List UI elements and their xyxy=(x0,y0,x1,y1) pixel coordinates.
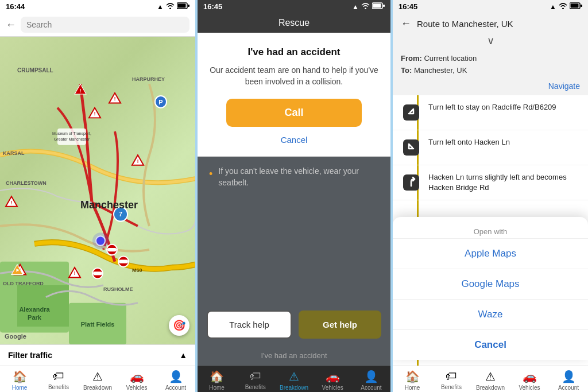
map-background: Alexandra Park Platt Fields M60 xyxy=(0,37,195,344)
vehicles-icon-3: 🚗 xyxy=(523,370,537,383)
bottom-nav-2: 🏠 Home 🏷 Benefits ⚠ Breakdown 🚗 Vehicles… xyxy=(198,366,390,392)
nav-home-3[interactable]: 🏠 Home xyxy=(393,370,432,391)
route-to: To: Manchester, UK xyxy=(401,65,580,77)
open-with-sheet: Open with Apple Maps Google Maps Waze Ca… xyxy=(393,217,588,360)
route-title: Route to Manchester, UK xyxy=(417,19,513,29)
breakdown-icon-1: ⚠ xyxy=(92,370,103,383)
filter-label: Filter traffic xyxy=(8,351,52,360)
turn-icon-0 xyxy=(401,102,421,123)
nav-account-2[interactable]: 👤 Account xyxy=(352,370,390,391)
from-label: From: xyxy=(401,54,422,63)
nav-vehicles-label-2: Vehicles xyxy=(322,385,343,391)
signal-icon-2: ▲ xyxy=(352,3,359,11)
get-help-button[interactable]: Get help xyxy=(299,311,381,339)
nav-vehicles-2[interactable]: 🚗 Vehicles xyxy=(314,370,352,391)
modal-title: I've had an accident xyxy=(209,46,379,58)
rescue-header: Rescue xyxy=(198,13,390,33)
svg-rect-54 xyxy=(571,4,579,8)
cancel-link[interactable]: Cancel xyxy=(209,135,379,145)
svg-text:Platt Fields: Platt Fields xyxy=(81,321,115,328)
svg-text:HARPURHEY: HARPURHEY xyxy=(132,76,165,82)
svg-text:CRUMPSALL: CRUMPSALL xyxy=(17,67,53,73)
apple-maps-option[interactable]: Apple Maps xyxy=(393,239,588,269)
nav-breakdown-3[interactable]: ⚠ Breakdown xyxy=(471,370,510,391)
back-button-1[interactable]: ← xyxy=(6,19,16,31)
nav-vehicles-1[interactable]: 🚗 Vehicles xyxy=(117,370,156,391)
route-panel: 16:45 ▲ ← Route to Manchester, UK ∨ From… xyxy=(393,0,588,392)
status-icons-3: ▲ xyxy=(550,2,582,11)
back-button-3[interactable]: ← xyxy=(401,18,411,30)
cancel-option[interactable]: Cancel xyxy=(393,330,588,360)
nav-home-2[interactable]: 🏠 Home xyxy=(198,370,236,391)
call-button[interactable]: Call xyxy=(226,99,362,127)
nav-breakdown-label-3: Breakdown xyxy=(476,385,505,391)
turn-item-0: Turn left to stay on Radcliffe Rd/B6209 xyxy=(393,95,588,130)
rescue-actions: Track help Get help xyxy=(198,304,390,346)
navigate-button[interactable]: Navigate xyxy=(393,81,588,95)
nav-benefits-2[interactable]: 🏷 Benefits xyxy=(236,370,274,391)
rescue-tip: • If you can't leave the vehicle, wear y… xyxy=(198,157,390,197)
breakdown-icon-3: ⚠ xyxy=(485,370,496,383)
bottom-nav-3: 🏠 Home 🏷 Benefits ⚠ Breakdown 🚗 Vehicles… xyxy=(393,366,588,392)
nav-benefits-3[interactable]: 🏷 Benefits xyxy=(432,370,471,391)
account-icon-2: 👤 xyxy=(364,370,378,383)
svg-text:!: ! xyxy=(114,96,116,102)
svg-text:RUSHOLME: RUSHOLME xyxy=(103,286,133,292)
turn-desc-0: Turn left to stay on Radcliffe Rd/B6209 xyxy=(428,102,556,112)
svg-rect-2 xyxy=(178,4,186,8)
status-icons-1: ▲ xyxy=(157,2,189,11)
nav-account-1[interactable]: 👤 Account xyxy=(156,370,195,391)
open-with-title: Open with xyxy=(393,223,588,239)
nav-home-1[interactable]: 🏠 Home xyxy=(0,370,39,391)
accident-link-bottom[interactable]: I've had an accident xyxy=(198,346,390,366)
route-info: From: Current location To: Manchester, U… xyxy=(393,48,588,81)
nav-vehicles-3[interactable]: 🚗 Vehicles xyxy=(510,370,549,391)
nav-account-label-1: Account xyxy=(165,385,186,391)
rescue-panel: 16:45 ▲ Rescue I've had an accident Our … xyxy=(195,0,393,392)
signal-icon-1: ▲ xyxy=(157,3,164,11)
svg-text:M60: M60 xyxy=(132,267,142,273)
map-panel: 16:44 ▲ ← Alexandra Park Platt Field xyxy=(0,0,195,392)
account-icon-1: 👤 xyxy=(169,370,183,383)
waze-option[interactable]: Waze xyxy=(393,300,588,330)
vehicles-icon-1: 🚗 xyxy=(130,370,144,383)
nav-home-label-3: Home xyxy=(405,385,420,391)
route-from: From: Current location xyxy=(401,53,580,65)
map-roads: Alexandra Park Platt Fields M60 xyxy=(0,37,195,344)
battery-icon-1 xyxy=(177,2,189,11)
to-value: Manchester, UK xyxy=(414,66,467,75)
from-value: Current location xyxy=(424,54,477,63)
svg-text:⚑: ⚑ xyxy=(16,269,19,273)
nav-benefits-label-2: Benefits xyxy=(245,384,266,390)
svg-rect-26 xyxy=(107,248,117,251)
bottom-nav-1: 🏠 Home 🏷 Benefits ⚠ Breakdown 🚗 Vehicles… xyxy=(0,366,195,392)
svg-rect-28 xyxy=(119,260,128,263)
signal-icon-3: ▲ xyxy=(550,3,556,11)
filter-chevron-icon[interactable]: ▲ xyxy=(179,351,187,360)
vehicles-icon-2: 🚗 xyxy=(326,370,340,383)
account-icon-3: 👤 xyxy=(562,370,576,383)
svg-text:Museum of Transport,: Museum of Transport, xyxy=(52,131,91,136)
svg-text:Manchester: Manchester xyxy=(80,199,138,211)
benefits-icon-3: 🏷 xyxy=(446,370,457,383)
location-button[interactable]: 🎯 xyxy=(169,315,189,336)
nav-benefits-1[interactable]: 🏷 Benefits xyxy=(39,370,78,391)
nav-account-3[interactable]: 👤 Account xyxy=(549,370,588,391)
collapse-button[interactable]: ∨ xyxy=(393,33,588,48)
nav-account-label-2: Account xyxy=(361,385,381,391)
track-help-button[interactable]: Track help xyxy=(207,311,292,339)
google-maps-option[interactable]: Google Maps xyxy=(393,269,588,300)
svg-text:!: ! xyxy=(137,158,139,164)
nav-benefits-label-3: Benefits xyxy=(441,384,462,390)
nav-breakdown-1[interactable]: ⚠ Breakdown xyxy=(78,370,117,391)
home-icon-3: 🏠 xyxy=(405,370,420,383)
filter-bar[interactable]: Filter traffic ▲ xyxy=(0,344,195,366)
search-input[interactable] xyxy=(21,17,189,33)
svg-text:CHARLESTOWN: CHARLESTOWN xyxy=(6,180,47,186)
svg-text:Park: Park xyxy=(28,314,42,321)
map-area[interactable]: Alexandra Park Platt Fields M60 xyxy=(0,37,195,344)
route-header: ← Route to Manchester, UK xyxy=(393,13,588,33)
nav-breakdown-2[interactable]: ⚠ Breakdown xyxy=(274,370,313,391)
search-bar[interactable]: ← xyxy=(0,13,195,37)
turn-icon-1 xyxy=(401,137,421,158)
